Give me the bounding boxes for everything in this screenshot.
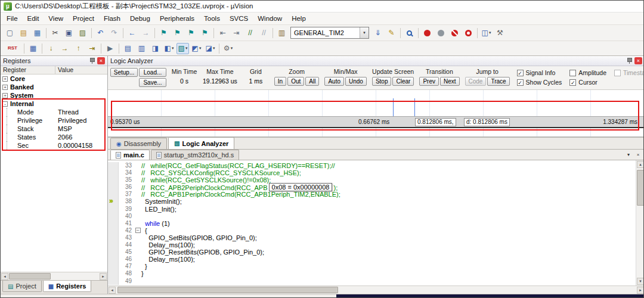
breakpoint-toggle-button[interactable] xyxy=(421,27,434,39)
bookmark-clear-button[interactable]: ⚑ xyxy=(199,27,211,39)
analysis-windows-button[interactable]: ▧▾ xyxy=(177,43,189,54)
checkbox-amplitude[interactable]: Amplitude xyxy=(569,69,606,76)
checkbox-box-icon[interactable]: ✓ xyxy=(517,70,524,76)
checkbox-cursor[interactable]: ✓Cursor xyxy=(569,79,606,86)
fold-collapse-icon[interactable]: − xyxy=(135,228,141,233)
breakpoint-margin[interactable] xyxy=(108,270,119,277)
navigate-back-button[interactable]: ← xyxy=(126,27,138,39)
unindent-button[interactable]: ⇤ xyxy=(216,27,229,39)
trace-windows-button[interactable]: ◩▾ xyxy=(190,43,203,54)
la-button-prev[interactable]: Prev xyxy=(419,77,439,86)
close-document-icon[interactable]: × xyxy=(634,151,642,159)
logic-analyzer-timeline[interactable]: 0.95370 us 0.66762 ms 0.812806 ms, d: 0.… xyxy=(108,90,644,137)
serial-windows-button[interactable]: ◧▾ xyxy=(163,43,175,54)
bookmark-toggle-button[interactable]: ⚑ xyxy=(157,27,170,39)
save-button[interactable]: Save... xyxy=(139,78,166,87)
symbol-window-button[interactable]: ◨ xyxy=(149,43,162,54)
bookmark-prev-button[interactable]: ⚑ xyxy=(171,27,184,39)
code-line-37[interactable]: 37// RCC_APB1PeriphClockCmd(RCC_APB1Peri… xyxy=(108,191,636,198)
pin-icon[interactable] xyxy=(89,57,95,64)
target-select[interactable]: GENERAL_TIM2▾ xyxy=(290,27,369,39)
code-line-40[interactable]: 40 xyxy=(108,213,636,220)
la-button-clear[interactable]: Clear xyxy=(392,77,414,86)
code-line-47[interactable]: 47 } xyxy=(108,263,636,270)
scroll-thumb[interactable] xyxy=(9,273,51,280)
serial-windows-dropdown-icon[interactable]: ▾ xyxy=(172,46,174,51)
breakpoint-margin[interactable] xyxy=(108,169,119,176)
code-line-46[interactable]: 46 Delay_ms(100); xyxy=(108,256,636,263)
scroll-right-icon[interactable]: ▸ xyxy=(100,273,107,280)
step-over-button[interactable]: → xyxy=(58,43,71,54)
breakpoint-margin[interactable] xyxy=(108,234,119,241)
open-file-button[interactable]: ▤ xyxy=(17,27,30,39)
code-line-36[interactable]: 36// RCC_APB2PeriphClockCmd(RCC_APB0x08 … xyxy=(108,184,636,191)
la-button-undo[interactable]: Undo xyxy=(345,77,367,86)
breakpoint-margin[interactable] xyxy=(108,241,119,249)
register-row-banked[interactable]: +Banked xyxy=(1,83,107,91)
save-button[interactable]: ▦ xyxy=(31,27,44,39)
breakpoint-margin[interactable] xyxy=(108,162,119,169)
configure-button[interactable]: ⚒ xyxy=(494,27,506,39)
code-line-34[interactable]: 34// RCC_SYSCLKConfig(RCC_SYSCLKSource_H… xyxy=(108,169,636,176)
expander-icon[interactable]: + xyxy=(2,93,8,98)
register-row-privilege[interactable]: PrivilegePrivileged xyxy=(1,116,107,125)
checkbox-show-cycles[interactable]: ✓Show Cycles xyxy=(517,79,562,86)
scroll-right-icon[interactable]: ▸ xyxy=(637,287,644,294)
menu-peripherals[interactable]: Peripherals xyxy=(155,13,199,24)
breakpoint-margin[interactable] xyxy=(108,256,119,263)
la-button-out[interactable]: Out xyxy=(287,77,304,86)
cut-button[interactable]: ✂ xyxy=(49,27,61,39)
disassembly-window-button[interactable]: ▥ xyxy=(135,43,148,54)
code-line-41[interactable]: 41 while (1) xyxy=(108,220,636,227)
checkbox-box-icon[interactable]: ✓ xyxy=(517,79,524,86)
tab-startup-s[interactable]: startup_stm32f10x_hd.s xyxy=(151,150,239,160)
menu-view[interactable]: View xyxy=(44,13,68,24)
code-line-35[interactable]: 35// while(RCC_GetSYSCLKSource()!=0x08); xyxy=(108,176,636,184)
flash-download-button[interactable]: ⇓ xyxy=(371,27,384,39)
register-row-sec[interactable]: Sec0.00004158 xyxy=(1,141,107,150)
new-file-button[interactable]: ▢ xyxy=(4,27,16,39)
uncomment-selection-button[interactable]: // xyxy=(258,27,270,39)
scroll-thumb[interactable] xyxy=(117,287,338,293)
checkbox-box-icon[interactable] xyxy=(569,70,576,76)
la-button-auto[interactable]: Auto xyxy=(324,77,344,86)
checkbox-box-icon[interactable] xyxy=(614,70,621,76)
scroll-thumb[interactable] xyxy=(637,170,644,206)
register-row-core[interactable]: +Core xyxy=(1,74,107,83)
target-select-dropdown-icon[interactable]: ▾ xyxy=(360,27,369,38)
breakpoint-margin[interactable] xyxy=(108,278,119,285)
expander-icon[interactable]: + xyxy=(2,76,8,82)
system-viewer-dropdown-icon[interactable]: ▾ xyxy=(213,46,215,51)
scroll-left-icon[interactable]: ◂ xyxy=(109,287,116,294)
expander-icon[interactable]: - xyxy=(2,101,8,107)
pin-icon[interactable] xyxy=(626,57,633,64)
analysis-windows-dropdown-icon[interactable]: ▾ xyxy=(185,46,188,51)
menu-edit[interactable]: Edit xyxy=(23,13,44,24)
la-button-trace[interactable]: Trace xyxy=(487,77,509,86)
breakpoint-margin[interactable] xyxy=(108,220,119,227)
scroll-down-icon[interactable]: ▾ xyxy=(637,278,644,285)
copy-button[interactable]: ▣ xyxy=(63,27,75,39)
menu-tools[interactable]: Tools xyxy=(199,13,225,24)
editor-vscrollbar[interactable]: ▴ ▾ xyxy=(636,160,644,285)
reset-cpu-button[interactable]: RST xyxy=(4,43,21,54)
paste-button[interactable]: ▨ xyxy=(76,27,89,39)
tab-main-c[interactable]: main.c xyxy=(110,150,150,160)
la-button-in[interactable]: In xyxy=(274,77,286,86)
tab-project[interactable]: ▤ Project xyxy=(2,281,42,292)
bookmark-next-button[interactable]: ⚑ xyxy=(185,27,197,39)
la-button-all[interactable]: All xyxy=(305,77,319,86)
code-line-43[interactable]: 43 GPIO_SetBits(GPIOB, GPIO_Pin_0); xyxy=(108,234,636,241)
breakpoint-disable-all-button[interactable] xyxy=(448,27,461,39)
checkbox-box-icon[interactable]: ✓ xyxy=(569,79,576,86)
la-button-next[interactable]: Next xyxy=(440,77,460,86)
load-button[interactable]: Load... xyxy=(139,68,166,77)
register-row-states[interactable]: States2066 xyxy=(1,133,107,141)
setup-button[interactable]: Setup... xyxy=(110,68,138,77)
register-row-internal[interactable]: -Internal xyxy=(1,100,107,108)
menu-help[interactable]: Help xyxy=(287,13,311,24)
code-line-45[interactable]: 45 GPIO_ResetBits(GPIOB, GPIO_Pin_0); xyxy=(108,249,636,256)
expander-icon[interactable]: + xyxy=(2,85,8,90)
undo-button[interactable]: ↶ xyxy=(94,27,107,39)
window-layout-button[interactable]: ◫▾ xyxy=(480,27,493,39)
